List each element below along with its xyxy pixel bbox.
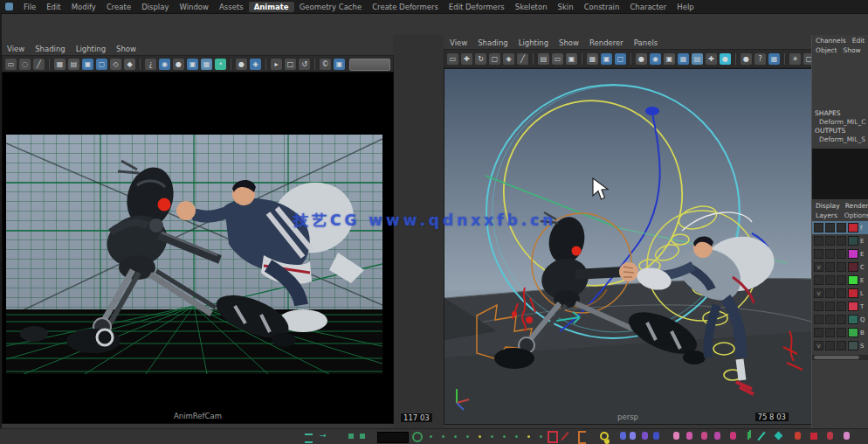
layer-row[interactable]: f — [812, 221, 868, 234]
layer-playback-toggle[interactable] — [825, 328, 835, 337]
layer-playback-toggle[interactable] — [825, 315, 835, 324]
xray-mode-icon[interactable]: ▤ — [692, 53, 703, 65]
layer-row[interactable]: VS — [812, 339, 868, 352]
layer-mode-toggle[interactable] — [837, 223, 846, 232]
wireframe-icon[interactable]: ◆ — [124, 59, 135, 70]
play-icon[interactable]: ▸ — [271, 59, 282, 70]
xray-icon[interactable]: ▦ — [201, 59, 212, 70]
layer-mode-toggle[interactable] — [837, 275, 846, 285]
sphere-icon[interactable]: ● — [236, 59, 247, 70]
layer-row[interactable]: E — [812, 274, 868, 287]
key-icon[interactable]: ╱ — [517, 53, 528, 65]
layer-mode-toggle[interactable] — [837, 262, 846, 272]
menu-modify[interactable]: Modify — [66, 2, 101, 12]
options-menu[interactable]: Options — [844, 212, 868, 219]
channel-box-menus-2[interactable]: ObjectShow — [812, 45, 868, 54]
layer-color-swatch[interactable] — [848, 275, 858, 285]
layer-color-swatch[interactable] — [848, 315, 858, 324]
shelf-icon[interactable] — [757, 432, 765, 441]
resolution-icon[interactable]: ▣ — [334, 59, 345, 70]
shaded-icon[interactable]: ● — [636, 53, 647, 65]
key-marker[interactable] — [348, 434, 354, 439]
channel-box-menus[interactable]: ChannelsEdit — [812, 35, 868, 45]
perspective-viewport[interactable]: persp 75 8 03 — [444, 68, 812, 425]
shelf-icon[interactable] — [620, 432, 626, 440]
layer-editor-tabs[interactable]: Display Render — [812, 199, 868, 210]
panel-menu-shading[interactable]: Shading — [474, 38, 515, 47]
shelf-icon[interactable] — [686, 432, 692, 440]
refresh-icon[interactable]: ↺ — [299, 59, 310, 70]
layer-playback-toggle[interactable] — [825, 275, 835, 285]
film-gate-icon[interactable]: ▤ — [68, 59, 79, 70]
shelf-icon[interactable] — [810, 433, 817, 440]
plus-icon[interactable]: ✚ — [706, 53, 717, 65]
isolate-icon[interactable]: ¿ — [145, 59, 156, 70]
channel-box-section[interactable]: OUTPUTS — [812, 126, 868, 135]
shelf-icon[interactable] — [714, 432, 720, 440]
shelf-icon[interactable] — [730, 432, 736, 440]
two-pane-icon[interactable]: ▭ — [552, 53, 563, 65]
layer-playback-toggle[interactable] — [825, 249, 835, 259]
layer-row[interactable]: B — [812, 326, 868, 339]
sphere2-icon[interactable]: ● — [741, 53, 752, 65]
layer-visibility-toggle[interactable] — [814, 275, 823, 285]
frame-icon[interactable]: □ — [285, 59, 296, 70]
menu-character[interactable]: Character — [624, 2, 672, 12]
light-icon[interactable]: ☀ — [789, 53, 801, 65]
shelf-icon[interactable] — [561, 432, 568, 441]
layer-visibility-toggle[interactable]: V — [814, 341, 823, 350]
shelf-icon[interactable] — [775, 432, 783, 441]
grid-icon[interactable]: ▦ — [54, 59, 65, 70]
lit-icon[interactable]: ▦ — [678, 53, 689, 65]
shelf-icon[interactable] — [548, 431, 558, 443]
snap-icon[interactable]: © — [320, 59, 331, 70]
panel-menu-show[interactable]: Show — [113, 45, 143, 53]
image-plane-icon[interactable]: ▣ — [187, 59, 198, 70]
layer-color-swatch[interactable] — [848, 236, 858, 246]
layer-mode-toggle[interactable] — [837, 288, 846, 298]
scale-icon[interactable]: ▢ — [489, 53, 500, 65]
layer-mode-toggle[interactable] — [837, 341, 846, 350]
scrollbar-thumb[interactable] — [814, 356, 859, 359]
timeline-strip[interactable]: → — [0, 428, 868, 444]
layer-mode-toggle[interactable] — [837, 328, 846, 337]
menu-geometry-cache[interactable]: Geometry Cache — [294, 2, 368, 12]
layer-mode-toggle[interactable] — [837, 315, 846, 324]
layer-playback-toggle[interactable] — [825, 302, 835, 311]
channel-box-section[interactable]: Deform_MIL_C — [812, 117, 868, 126]
layer-row[interactable]: E — [812, 234, 868, 247]
layer-color-swatch[interactable] — [848, 223, 858, 232]
menu-window[interactable]: Window — [174, 2, 214, 12]
layer-playback-toggle[interactable] — [825, 236, 835, 246]
layer-visibility-toggle[interactable]: V — [814, 262, 823, 272]
shelf-icon[interactable] — [701, 432, 707, 440]
panel-menu-lighting[interactable]: Lighting — [72, 45, 113, 53]
camera-icon[interactable]: ◉ — [159, 59, 170, 70]
layer-playback-toggle[interactable] — [825, 341, 835, 350]
panel-menu-lighting[interactable]: Lighting — [515, 38, 555, 47]
cam-gate-icon[interactable]: ▣ — [601, 53, 612, 65]
grid-toggle-icon[interactable]: ▦ — [587, 53, 598, 65]
shelf-icon[interactable] — [578, 431, 586, 444]
channel-box-section[interactable]: Deform_MIL_S — [812, 135, 868, 143]
smooth-shade-icon[interactable]: ◉ — [650, 53, 661, 65]
layer-playback-toggle[interactable] — [825, 223, 835, 232]
menu-create-deformers[interactable]: Create Deformers — [367, 2, 444, 12]
joint-icon[interactable]: ◈ — [250, 59, 261, 70]
layer-row[interactable]: T — [812, 300, 868, 313]
menu-edit-deformers[interactable]: Edit Deformers — [444, 2, 510, 12]
layer-scrollbar[interactable] — [812, 355, 868, 360]
menu-edit[interactable]: Edit — [41, 2, 65, 12]
layer-row[interactable]: VL — [812, 287, 868, 300]
lighting-icon[interactable]: ◇ — [110, 59, 121, 70]
tab-display[interactable]: Display — [816, 202, 840, 210]
menu-animate[interactable]: Animate — [249, 2, 294, 12]
shelf-icon[interactable] — [673, 432, 679, 440]
layer-playback-toggle[interactable] — [825, 288, 835, 298]
layer-editor-menus[interactable]: Layers Options — [812, 210, 868, 221]
layout-icon[interactable]: ▤ — [538, 53, 549, 65]
layer-mode-toggle[interactable] — [837, 302, 846, 311]
lasso-tool-icon[interactable]: ◌ — [19, 59, 31, 70]
menu-skin[interactable]: Skin — [553, 2, 579, 12]
shelf-icon[interactable] — [844, 432, 850, 440]
